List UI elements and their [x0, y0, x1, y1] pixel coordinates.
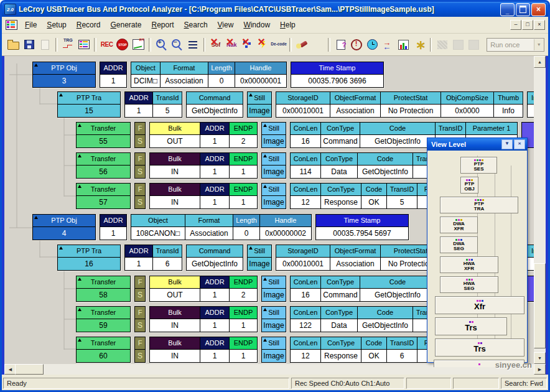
protocol-cell[interactable]: CommandGetObjectInfo — [187, 92, 243, 117]
protocol-cell[interactable]: Length0 — [233, 215, 259, 240]
protocol-cell[interactable]: ConLen16 — [291, 276, 320, 301]
record-options-button[interactable] — [77, 37, 91, 52]
hide-chirp-button[interactable] — [256, 37, 270, 52]
protocol-cell[interactable]: StillImage — [262, 307, 286, 332]
protocol-cell[interactable]: ConTypeCommand — [320, 276, 360, 301]
protocol-cell[interactable]: CodeGetObjectInfo — [357, 153, 412, 178]
protocol-cell[interactable]: BulkIN — [150, 307, 200, 332]
bus-utilization-button[interactable] — [396, 37, 411, 52]
protocol-cell[interactable]: BulkIN — [150, 337, 200, 362]
protocol-cell[interactable]: ObjectDCIM□ — [131, 62, 160, 87]
protocol-cell[interactable]: CodeOK — [361, 184, 386, 208]
protocol-cell[interactable]: TransId6 — [152, 245, 182, 270]
protocol-cell[interactable]: StillImage — [248, 245, 271, 270]
protocol-cell[interactable]: ConLen12 — [291, 337, 320, 362]
hide-nak-button[interactable]: Nak — [225, 37, 239, 52]
protocol-cell[interactable]: StorageID0x00010001 — [276, 92, 330, 117]
view-level-dropdown-button[interactable]: ▼ — [501, 139, 513, 149]
close-button[interactable]: × — [531, 3, 546, 16]
hide-devices-button[interactable] — [240, 37, 254, 52]
scroll-down-button[interactable]: ▼ — [534, 352, 546, 364]
protocol-cell[interactable]: CodeGetObjectInfo — [357, 307, 412, 332]
menu-generate[interactable]: Generate — [105, 19, 146, 31]
menu-help[interactable]: Help — [275, 19, 301, 31]
protocol-cell[interactable]: TransID5 — [386, 184, 417, 208]
protocol-cell[interactable]: ADDR1 — [100, 62, 126, 87]
protocol-cell[interactable]: CodeGetObjectInfo — [360, 276, 435, 301]
protocol-cell[interactable]: ADDR1 — [200, 123, 229, 147]
protocol-cell[interactable]: FS — [135, 337, 145, 362]
realtime-stats-button[interactable]: RT — [131, 37, 146, 52]
protocol-cell[interactable]: ObjectFormatAssociation — [330, 245, 380, 270]
protocol-cell[interactable]: ConTypeData — [320, 153, 357, 178]
trigger-setup-button[interactable]: TRG — [61, 37, 75, 52]
mdi-close-button[interactable]: × — [534, 20, 545, 30]
protocol-cell[interactable]: FS — [135, 276, 145, 301]
view-level-dwa-xfr-button[interactable]: DWAXFR — [440, 217, 478, 233]
protocol-cell[interactable]: ConTypeCommand — [320, 123, 360, 147]
protocol-cell[interactable]: StillImage — [262, 153, 286, 178]
protocol-cell[interactable]: FS — [135, 153, 145, 178]
vertical-scroll-thumb[interactable] — [534, 263, 546, 348]
protocol-cell[interactable]: StillImage — [262, 276, 286, 301]
protocol-cell[interactable]: ConTypeResponse — [320, 337, 361, 362]
protocol-cell[interactable]: ConLen122 — [291, 307, 320, 332]
protocol-cell[interactable]: BulkIN — [150, 184, 200, 208]
protocol-cell[interactable]: PTP Tra15 — [58, 92, 120, 117]
protocol-cell[interactable]: BulkIN — [150, 153, 200, 178]
protocol-cell[interactable]: ObjCompSize0x0000 — [440, 92, 493, 117]
view-level-close-button[interactable]: × — [514, 139, 525, 149]
protocol-cell[interactable]: TransID6 — [386, 337, 417, 362]
protocol-cell[interactable]: Handle0x00000001 — [235, 62, 286, 87]
protocol-cell[interactable]: ADDR1 — [200, 276, 229, 301]
report-button[interactable] — [333, 37, 348, 52]
protocol-cell[interactable]: TransId5 — [152, 92, 182, 117]
open-button[interactable] — [6, 37, 21, 52]
menu-view[interactable]: View — [213, 19, 239, 31]
protocol-cell[interactable]: Transfer57 — [77, 184, 130, 208]
protocol-cell[interactable]: BulkOUT — [150, 276, 200, 301]
view-level-ptp-obj-button[interactable]: PTPOBJ — [460, 177, 478, 194]
minimize-button[interactable]: _ — [500, 3, 515, 16]
protocol-cell[interactable]: ADDR1 — [200, 184, 229, 208]
protocol-cell[interactable]: PTP Obj4 — [33, 215, 95, 240]
protocol-cell[interactable]: Transfer58 — [77, 276, 130, 301]
menu-file[interactable]: File — [20, 19, 42, 31]
view-level-trs-button[interactable]: Trs — [435, 338, 524, 357]
protocol-cell[interactable]: Transfer60 — [77, 337, 130, 362]
protocol-cell[interactable]: ADDR1 — [125, 92, 152, 117]
maximize-button[interactable] — [516, 3, 530, 16]
protocol-cell[interactable]: ADDR1 — [200, 337, 229, 362]
protocol-cell[interactable]: FS — [135, 307, 145, 332]
view-level-xfr-button[interactable]: Xfr — [435, 296, 524, 314]
protocol-cell[interactable]: StillImage — [262, 337, 286, 362]
scroll-right-button[interactable]: ▶ — [534, 364, 546, 375]
protocol-cell[interactable]: Time Stamp00035.7954 5697 — [316, 215, 408, 240]
vertical-scrollbar[interactable]: ▲ ▼ — [534, 56, 546, 364]
protocol-cell[interactable]: FormatAssociation — [185, 215, 233, 240]
view-level-ptp-ses-button[interactable]: PTPSES — [460, 157, 497, 174]
mdi-minimize-button[interactable]: – — [510, 20, 521, 30]
protocol-cell[interactable]: ADDR1 — [100, 215, 126, 240]
decode-button[interactable]: De-code — [271, 37, 286, 52]
protocol-cell[interactable]: PTP Obj3 — [33, 62, 95, 87]
view-level-trs-button[interactable]: Trs — [435, 317, 507, 335]
view-level-hwa-seg-button[interactable]: HWASEG — [440, 276, 498, 293]
search-button[interactable] — [295, 37, 309, 52]
protocol-cell[interactable]: ConTypeResponse — [320, 184, 361, 208]
protocol-cell[interactable]: FS — [135, 123, 145, 147]
document-icon[interactable] — [6, 20, 17, 30]
view-level-ptp-tra-button[interactable]: PTPTRA — [440, 197, 518, 213]
hide-sof-button[interactable]: Sof — [208, 37, 223, 52]
zoom-in-button[interactable] — [154, 37, 169, 52]
protocol-cell[interactable]: ADDR1 — [125, 245, 152, 270]
protocol-cell[interactable]: CommandGetObjectInfo — [187, 245, 243, 270]
protocol-cell[interactable]: ConLen12 — [291, 184, 320, 208]
protocol-cell[interactable]: ProtectStatNo Protection — [380, 92, 440, 117]
protocol-cell[interactable]: ThumbInfo — [493, 92, 523, 117]
protocol-cell[interactable]: Transfer55 — [77, 123, 130, 147]
wrap-button[interactable] — [185, 37, 200, 52]
protocol-cell[interactable]: ADDR1 — [200, 153, 229, 178]
protocol-cell[interactable]: ImI — [528, 245, 534, 270]
protocol-cell[interactable]: PTP Tra16 — [58, 245, 120, 270]
